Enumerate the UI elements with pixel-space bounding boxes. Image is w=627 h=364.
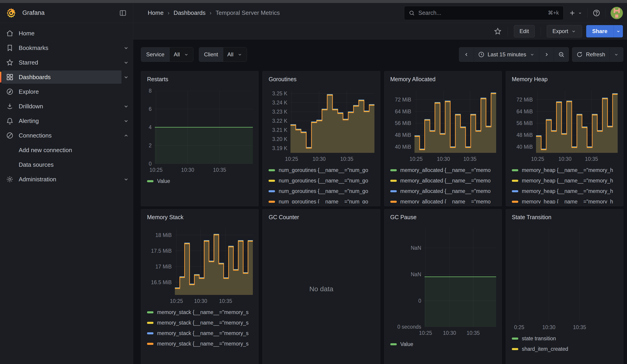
panel-title[interactable]: State Transition [512, 213, 618, 221]
legend-item[interactable]: memory_allocated {__name__="memo [390, 167, 496, 173]
edit-button-label: Edit [520, 28, 529, 34]
x-axis-labels: 10:2510:3010:35 [155, 167, 253, 173]
legend-label: memory_heap {__name__="memory_h [522, 188, 613, 194]
legend-item[interactable]: memory_stack {__name__="memory_s [147, 319, 253, 326]
plot-area[interactable] [424, 229, 496, 327]
legend-item[interactable]: state transition [512, 335, 618, 342]
sidebar-item-dashboards[interactable]: Dashboards [2, 70, 121, 84]
x-tick-label: 10:30 [313, 156, 326, 162]
avatar[interactable] [611, 7, 623, 19]
panel-title[interactable]: Restarts [147, 75, 253, 83]
sidebar-item-administration[interactable]: Administration [2, 173, 121, 186]
legend-item[interactable]: num_goroutines {__name__="num_go [268, 167, 374, 173]
legend-item[interactable]: num_goroutines {__name__="num_go [268, 199, 374, 204]
legend-item[interactable]: Value [390, 341, 496, 347]
time-range-picker[interactable]: Last 15 minutes [474, 48, 539, 62]
zoom-out-icon [558, 51, 565, 58]
plot-area[interactable] [155, 91, 253, 164]
legend-color-chip [147, 343, 154, 345]
legend-item[interactable]: memory_heap {__name__="memory_h [512, 188, 618, 194]
legend-item[interactable]: memory_allocated {__name__="memo [390, 177, 496, 184]
sidebar-item-starred[interactable]: Starred [2, 56, 121, 69]
chart-area: 3.25 K3.24 K3.23 K3.22 K3.21 K3.20 K3.19… [268, 91, 374, 153]
plot-area[interactable] [512, 229, 618, 321]
chevron-down-icon[interactable] [123, 176, 129, 182]
refresh-button[interactable]: Refresh [572, 48, 609, 62]
legend-item[interactable]: memory_heap {__name__="memory_h [512, 167, 618, 173]
time-back-button[interactable] [459, 48, 474, 62]
sidebar-item-alerting[interactable]: Alerting [2, 114, 121, 127]
chevron-down-icon[interactable] [123, 103, 129, 109]
legend-item[interactable]: shard_item_created [512, 346, 618, 352]
chevron-down-icon[interactable] [123, 45, 129, 51]
chevron-down-icon[interactable] [123, 74, 129, 80]
y-tick-label: 72 MiB [517, 97, 533, 103]
sidebar-row: Explore [2, 85, 129, 98]
y-tick-label: 0 seconds [397, 324, 421, 330]
add-button[interactable] [569, 9, 582, 17]
legend-item[interactable]: memory_stack {__name__="memory_s [147, 330, 253, 336]
share-menu-button[interactable] [613, 25, 623, 37]
sidebar-item-data-sources[interactable]: Data sources [2, 158, 129, 171]
grafana-logo-icon[interactable] [6, 8, 16, 18]
plot-area[interactable] [290, 91, 374, 153]
refresh-icon [576, 51, 583, 58]
share-button-label: Share [592, 28, 607, 34]
sidebar-row: Administration [2, 173, 129, 186]
breadcrumb-dashboards[interactable]: Dashboards [173, 9, 206, 16]
service-filter[interactable]: Service All [141, 47, 193, 62]
panel-title[interactable]: GC Pause [390, 213, 496, 221]
chevron-up-icon[interactable] [123, 132, 129, 139]
export-button[interactable]: Export [547, 25, 582, 37]
legend-item[interactable]: Value [147, 178, 253, 184]
plot-area[interactable] [175, 229, 253, 295]
legend-item[interactable]: memory_stack {__name__="memory_s [147, 341, 253, 347]
edit-button[interactable]: Edit [514, 25, 535, 37]
legend-item[interactable]: memory_heap {__name__="memory_h [512, 199, 618, 204]
legend-color-chip [268, 190, 275, 192]
chevron-down-icon[interactable] [123, 118, 129, 124]
star-favorite-icon[interactable] [494, 27, 502, 35]
panel-toggle-icon[interactable] [119, 9, 127, 17]
search-input[interactable] [418, 9, 544, 16]
sidebar-item-home[interactable]: Home [2, 27, 129, 40]
sidebar-item-bookmarks[interactable]: Bookmarks [2, 41, 121, 54]
panel-title[interactable]: Goroutines [268, 75, 374, 83]
client-filter[interactable]: Client All [199, 47, 247, 62]
legend-label: Value [400, 341, 413, 347]
sidebar-item-add-new-connection[interactable]: Add new connection [2, 144, 129, 157]
time-forward-button[interactable] [539, 48, 554, 62]
x-tick-label: 10:35 [463, 156, 476, 162]
y-axis-labels: 18 MiB17.5 MiB17 MiB16.5 MiB [147, 229, 175, 295]
refresh-interval-button[interactable] [609, 48, 623, 62]
sidebar-item-drilldown[interactable]: Drilldown [2, 100, 121, 113]
panel-title[interactable]: Memory Allocated [390, 75, 496, 83]
time-range-label: Last 15 minutes [488, 51, 526, 58]
legend-color-chip [512, 169, 518, 171]
sidebar-item-label: Add new connection [19, 147, 72, 154]
legend-label: num_goroutines {__name__="num_go [279, 178, 368, 184]
legend-item[interactable]: num_goroutines {__name__="num_go [268, 188, 374, 194]
breadcrumb-home[interactable]: Home [148, 9, 163, 16]
legend-item[interactable]: memory_allocated {__name__="memo [390, 199, 496, 204]
chevron-down-icon[interactable] [123, 59, 129, 66]
legend-item[interactable]: memory_stack {__name__="memory_s [147, 309, 253, 315]
panel-title[interactable]: Memory Stack [147, 213, 253, 221]
legend-label: memory_stack {__name__="memory_s [157, 330, 249, 336]
panel-title[interactable]: Memory Heap [512, 75, 618, 83]
sidebar-item-connections[interactable]: Connections [2, 129, 121, 142]
sidebar-item-explore[interactable]: Explore [2, 85, 129, 98]
chevron-down-icon [529, 52, 535, 57]
legend-item[interactable]: memory_heap {__name__="memory_h [512, 177, 618, 184]
legend-item[interactable]: memory_allocated {__name__="memo [390, 188, 496, 194]
help-button[interactable] [593, 9, 600, 17]
plot-area[interactable] [415, 91, 496, 153]
share-button[interactable]: Share [586, 25, 613, 37]
chart-area: NaNNaN00 seconds [390, 229, 496, 327]
search-box[interactable]: ⌘+k [404, 6, 564, 20]
x-tick-label: 10:25 [285, 156, 298, 162]
plot-area[interactable] [536, 91, 618, 153]
x-tick-label: 10:30 [558, 156, 572, 162]
legend-item[interactable]: num_goroutines {__name__="num_go [268, 177, 374, 184]
zoom-out-button[interactable] [554, 48, 569, 62]
